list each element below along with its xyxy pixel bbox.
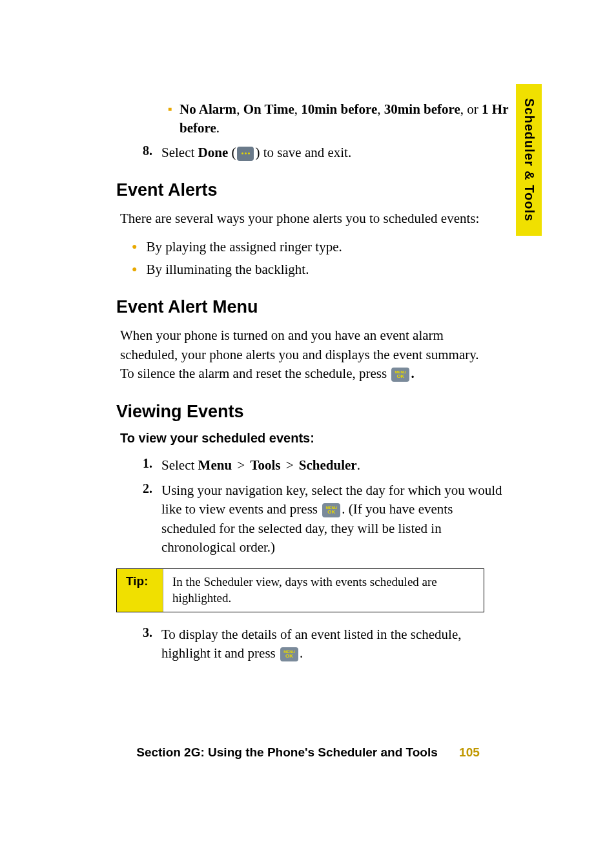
step-2-text: Using your navigation key, select the da…: [161, 481, 504, 557]
bullet-text: By illuminating the backlight.: [146, 260, 309, 279]
alarm-options-text: No Alarm, On Time, 10min before, 30min b…: [180, 100, 522, 138]
alarm-options-bullet: ■ No Alarm, On Time, 10min before, 30min…: [168, 100, 539, 138]
done-label: Done: [198, 145, 229, 160]
heading-event-alert-menu: Event Alert Menu: [116, 297, 539, 317]
softkey-dots-icon: [237, 147, 254, 161]
event-alert-menu-para: When your phone is turned on and you hav…: [120, 326, 482, 383]
square-bullet-icon: ■: [168, 105, 172, 112]
step-number: 8.: [129, 143, 152, 158]
menu-label: Menu: [198, 457, 232, 473]
bullet-text: By playing the assigned ringer type.: [146, 238, 342, 256]
menu-ok-icon: MENUOK: [391, 368, 409, 382]
footer-section: Section 2G: Using the Phone's Scheduler …: [136, 745, 438, 759]
step-3: 3. To display the details of an event li…: [129, 625, 539, 663]
tip-text: In the Scheduler view, days with events …: [163, 569, 484, 611]
menu-ok-icon: MENUOK: [322, 503, 340, 517]
step-number: 3.: [129, 625, 152, 640]
step-number: 1.: [129, 456, 152, 471]
tools-label: Tools: [250, 457, 280, 473]
page-footer: Section 2G: Using the Phone's Scheduler …: [0, 745, 616, 760]
event-alerts-intro: There are several ways your phone alerts…: [120, 209, 482, 228]
alarm-opt-no-alarm: No Alarm: [180, 101, 236, 117]
step-8-text: Select Done () to save and exit.: [161, 143, 351, 162]
alarm-opt-30min: 30min before: [384, 101, 460, 117]
side-tab-label: Scheduler & Tools: [522, 98, 537, 222]
step-1-text: Select Menu > Tools > Scheduler.: [161, 456, 360, 475]
side-tab: Scheduler & Tools: [516, 84, 542, 236]
event-alerts-bullet-2: ● By illuminating the backlight.: [132, 260, 539, 279]
scheduler-label: Scheduler: [299, 457, 357, 473]
tip-label: Tip:: [117, 569, 163, 611]
event-alerts-bullet-1: ● By playing the assigned ringer type.: [132, 238, 539, 256]
step-2: 2. Using your navigation key, select the…: [129, 481, 539, 557]
circle-bullet-icon: ●: [132, 242, 137, 252]
alarm-opt-on-time: On Time: [243, 101, 294, 117]
tip-box: Tip: In the Scheduler view, days with ev…: [116, 568, 484, 612]
step-1: 1. Select Menu > Tools > Scheduler.: [129, 456, 539, 475]
subhead-view-events: To view your scheduled events:: [120, 431, 539, 446]
heading-event-alerts: Event Alerts: [116, 180, 539, 200]
menu-ok-icon: MENUOK: [280, 647, 298, 661]
alarm-opt-10min: 10min before: [301, 101, 377, 117]
step-number: 2.: [129, 481, 152, 496]
step-3-text: To display the details of an event liste…: [161, 625, 504, 663]
step-8: 8. Select Done () to save and exit.: [129, 143, 539, 162]
circle-bullet-icon: ●: [132, 264, 137, 275]
heading-viewing-events: Viewing Events: [116, 402, 539, 422]
footer-page-number: 105: [459, 745, 480, 759]
